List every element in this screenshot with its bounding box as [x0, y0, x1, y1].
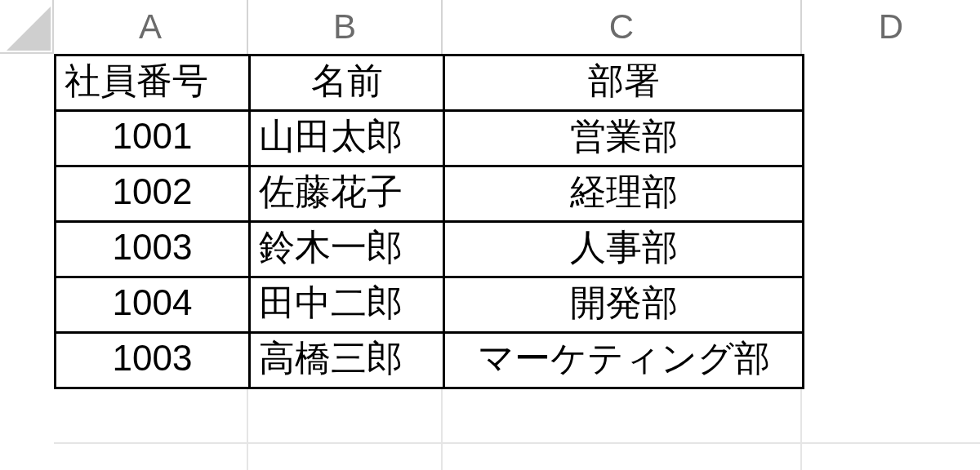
table-row: 1004 田中二郎 開発部 [56, 277, 804, 333]
spreadsheet: A B C D 社員番号 名前 部署 1001 山田太郎 営業部 1002 [0, 0, 980, 470]
cell-id[interactable]: 1002 [56, 166, 250, 222]
table-row: 1002 佐藤花子 経理部 [56, 166, 804, 222]
cell-dept[interactable]: マーケティング部 [444, 333, 804, 388]
cell-dept[interactable]: 人事部 [444, 222, 804, 277]
header-id[interactable]: 社員番号 [56, 55, 250, 111]
table-header-row: 社員番号 名前 部署 [56, 55, 804, 111]
cell-name[interactable]: 高橋三郎 [250, 333, 444, 388]
column-header-a[interactable]: A [54, 0, 248, 54]
cell-name[interactable]: 鈴木一郎 [250, 222, 444, 277]
select-all-corner[interactable] [0, 0, 54, 54]
cell-name[interactable]: 佐藤花子 [250, 166, 444, 222]
cell-dept[interactable]: 経理部 [444, 166, 804, 222]
table-row: 1003 高橋三郎 マーケティング部 [56, 333, 804, 388]
cells-area[interactable]: 社員番号 名前 部署 1001 山田太郎 営業部 1002 佐藤花子 経理部 1… [54, 54, 980, 470]
header-dept[interactable]: 部署 [444, 55, 804, 111]
cell-id[interactable]: 1004 [56, 277, 250, 333]
cell-id[interactable]: 1001 [56, 111, 250, 166]
cell-id[interactable]: 1003 [56, 333, 250, 388]
data-table: 社員番号 名前 部署 1001 山田太郎 営業部 1002 佐藤花子 経理部 1… [54, 54, 804, 389]
header-name[interactable]: 名前 [250, 55, 444, 111]
column-header-d[interactable]: D [802, 0, 980, 54]
column-header-c[interactable]: C [443, 0, 802, 54]
column-headers: A B C D [54, 0, 980, 54]
column-header-b[interactable]: B [248, 0, 443, 54]
svg-marker-0 [7, 7, 51, 51]
table-row: 1001 山田太郎 営業部 [56, 111, 804, 166]
cell-name[interactable]: 山田太郎 [250, 111, 444, 166]
cell-dept[interactable]: 営業部 [444, 111, 804, 166]
cell-id[interactable]: 1003 [56, 222, 250, 277]
cell-dept[interactable]: 開発部 [444, 277, 804, 333]
cell-name[interactable]: 田中二郎 [250, 277, 444, 333]
table-row: 1003 鈴木一郎 人事部 [56, 222, 804, 277]
